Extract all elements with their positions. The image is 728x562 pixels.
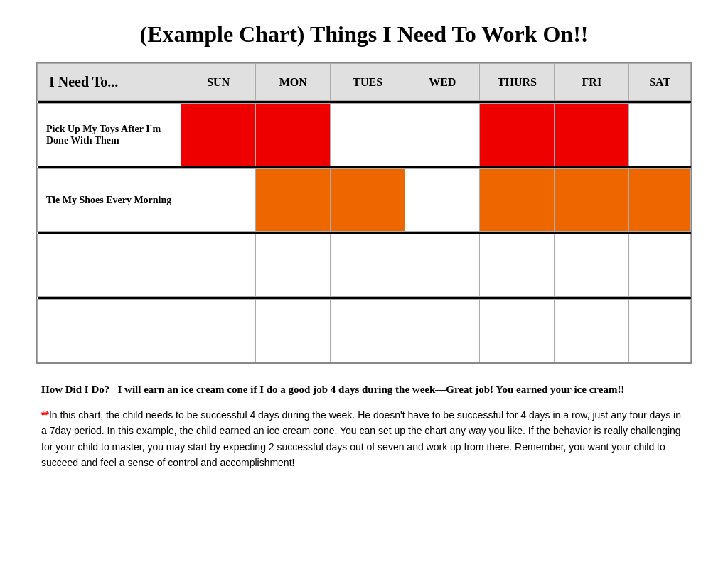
page-title: (Example Chart) Things I Need To Work On… <box>36 21 692 48</box>
cell-r3-c4 <box>480 300 555 362</box>
header-tues: TUES <box>331 64 405 101</box>
cell-r2-c1 <box>256 234 331 297</box>
cell-r0-c3 <box>405 104 480 166</box>
task-label-3 <box>38 300 181 362</box>
chart-header-row: I Need To... SUN MON TUES WED THURS FRI … <box>38 64 691 101</box>
cell-r0-c1 <box>256 104 331 166</box>
cell-r1-c1 <box>256 169 331 232</box>
header-mon: MON <box>256 64 331 101</box>
header-label-col: I Need To... <box>38 64 181 101</box>
cell-r1-c6 <box>629 169 691 232</box>
table-row: Tie My Shoes Every Morning <box>38 169 691 232</box>
header-fri: FRI <box>555 64 629 101</box>
task-label-2 <box>38 234 181 297</box>
cell-r2-c4 <box>480 234 555 297</box>
cell-r2-c3 <box>405 234 480 297</box>
cell-r3-c6 <box>629 300 691 362</box>
cell-r3-c5 <box>555 300 629 362</box>
chart-body: Pick Up My Toys After I'm Done With Them… <box>38 101 691 362</box>
cell-r3-c0 <box>181 300 256 362</box>
cell-r0-c0 <box>181 104 256 166</box>
cell-r3-c1 <box>256 300 331 362</box>
task-label-1: Tie My Shoes Every Morning <box>38 169 181 232</box>
asterisks: ** <box>41 409 49 421</box>
footer-section: How Did I Do? I will earn an ice cream c… <box>36 384 692 471</box>
cell-r1-c2 <box>331 169 405 232</box>
cell-r1-c4 <box>480 169 555 232</box>
cell-r2-c0 <box>181 234 256 297</box>
cell-r3-c2 <box>331 300 405 362</box>
cell-r0-c2 <box>331 104 405 166</box>
header-thurs: THURS <box>480 64 555 101</box>
explanation-text: **In this chart, the child needs to be s… <box>41 407 687 471</box>
cell-r0-c4 <box>480 104 555 166</box>
cell-r3-c3 <box>405 300 480 362</box>
cell-r1-c0 <box>181 169 256 232</box>
reward-text: I will earn an ice cream cone if I do a … <box>118 384 625 395</box>
cell-r2-c5 <box>555 234 629 297</box>
header-sat: SAT <box>629 64 691 101</box>
header-wed: WED <box>405 64 480 101</box>
how-did-i-do-label: How Did I Do? <box>41 384 109 395</box>
cell-r1-c3 <box>405 169 480 232</box>
behavior-chart: I Need To... SUN MON TUES WED THURS FRI … <box>37 63 691 362</box>
chart-container: I Need To... SUN MON TUES WED THURS FRI … <box>36 62 692 364</box>
table-row <box>38 234 691 297</box>
cell-r2-c6 <box>629 234 691 297</box>
cell-r2-c2 <box>331 234 405 297</box>
cell-r0-c5 <box>555 104 629 166</box>
explanation-body: In this chart, the child needs to be suc… <box>41 409 681 468</box>
table-row <box>38 300 691 362</box>
header-sun: SUN <box>181 64 256 101</box>
cell-r1-c5 <box>555 169 629 232</box>
task-label-0: Pick Up My Toys After I'm Done With Them <box>38 104 181 166</box>
table-row: Pick Up My Toys After I'm Done With Them <box>38 104 691 166</box>
cell-r0-c6 <box>629 104 691 166</box>
how-did-i-do-line: How Did I Do? I will earn an ice cream c… <box>41 384 687 396</box>
